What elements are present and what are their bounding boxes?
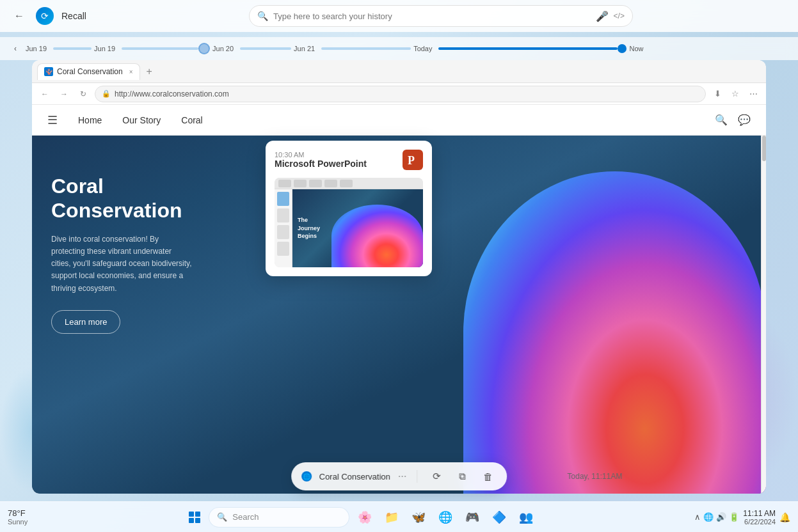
browser-refresh-button[interactable]: ↻ <box>76 86 91 102</box>
ppt-slide-text: The Journey Begins <box>298 216 320 240</box>
website-learn-more-button[interactable]: Learn more <box>51 310 120 334</box>
win-logo-q4 <box>195 518 200 523</box>
history-search-bar[interactable]: 🔍 🎤 </> <box>249 5 633 27</box>
taskbar-clock[interactable]: 11:11 AM 6/22/2024 <box>743 509 776 526</box>
timeline-cursor-wrapper[interactable] <box>198 43 210 54</box>
weather-description: Sunny <box>8 518 28 526</box>
timeline-track-2[interactable] <box>122 47 198 50</box>
bottom-action-bar: 🌐 Coral Conservation ··· ⟳ ⧉ 🗑 Today, 11… <box>291 462 507 490</box>
browser-address-bar[interactable]: 🔒 http://www.coralconservation.com <box>95 86 706 102</box>
timeline-track-1[interactable] <box>53 47 92 50</box>
website-chat-icon[interactable]: 💬 <box>738 114 751 126</box>
browser-scrollbar[interactable] <box>761 136 766 494</box>
timeline-date-jun19b: Jun 19 <box>92 45 118 52</box>
taskbar-app-store[interactable]: 🎮 <box>461 506 484 529</box>
svg-text:P: P <box>408 154 415 167</box>
ppt-ribbon-btn-5 <box>340 180 353 187</box>
bottom-action-more-button[interactable]: ··· <box>398 471 406 482</box>
website-nav-home[interactable]: Home <box>78 115 102 125</box>
coral-colors-graphic <box>463 171 767 494</box>
browser-downloads-button[interactable]: ⬇ <box>710 86 725 102</box>
bottom-action-separator <box>417 470 417 483</box>
timeline-track-3[interactable] <box>240 47 291 50</box>
start-button[interactable] <box>184 507 205 528</box>
ppt-slide-panel <box>275 189 292 267</box>
timeline-jun20-segment: Jun 20 <box>210 45 291 52</box>
taskbar-search-text: Search <box>232 512 259 522</box>
bottom-delete-button[interactable]: 🗑 <box>479 467 497 485</box>
ppt-ribbon-btn-4 <box>324 180 337 187</box>
ppt-popup-header: 10:30 AM Microsoft PowerPoint P <box>275 150 423 170</box>
timeline-jun21-segment: Jun 21 <box>291 45 411 52</box>
taskbar-network-icon[interactable]: 🌐 <box>703 512 714 522</box>
browser-tab-active[interactable]: 🪸 Coral Conservation × <box>37 63 140 80</box>
website-nav-coral[interactable]: Coral <box>181 115 202 125</box>
timeline-back-button[interactable]: ‹ <box>8 41 23 56</box>
scrollbar-thumb <box>762 136 766 161</box>
win-logo-q2 <box>195 512 200 517</box>
refresh-icon: ⟳ <box>433 471 441 482</box>
taskbar-app-sakura[interactable]: 🌸 <box>353 506 376 529</box>
website-menu-icon[interactable]: ☰ <box>47 113 58 127</box>
app-icon: ⟳ <box>36 7 54 25</box>
website-hero-description: Dive into coral conservation! By protect… <box>51 233 192 295</box>
windows-logo <box>189 512 200 523</box>
ppt-popup[interactable]: 10:30 AM Microsoft PowerPoint P <box>266 141 432 276</box>
browser-forward-button[interactable]: → <box>56 86 72 102</box>
timeline-cursor[interactable] <box>198 43 210 54</box>
clock-date: 6/22/2024 <box>744 518 776 526</box>
ppt-slide-image: The Journey Begins <box>292 189 423 267</box>
timeline-today-segment: Today <box>411 45 618 52</box>
topbar: ← ⟳ Recall 🔍 🎤 </> <box>0 0 798 32</box>
ppt-slide-thumb-2 <box>277 208 289 223</box>
taskbar-app-recall[interactable]: 🔷 <box>488 506 511 529</box>
browser-favorites-button[interactable]: ☆ <box>728 86 743 102</box>
recall-icon: ⟳ <box>41 11 49 21</box>
back-icon: ← <box>14 10 24 22</box>
tab-close-button[interactable]: × <box>129 68 133 75</box>
weather-widget[interactable]: 78°F Sunny <box>8 508 28 526</box>
taskbar-volume-icon[interactable]: 🔊 <box>716 512 726 522</box>
tab-title: Coral Conservation <box>57 67 123 76</box>
website-nav-our-story[interactable]: Our Story <box>122 115 161 125</box>
taskbar-app-teams[interactable]: 👥 <box>515 506 538 529</box>
browser-back-button[interactable]: ← <box>37 86 52 102</box>
browser-settings-button[interactable]: ⋯ <box>746 86 761 102</box>
code-icon[interactable]: </> <box>614 12 625 20</box>
back-button[interactable]: ← <box>10 7 28 25</box>
new-tab-button[interactable]: + <box>144 66 155 77</box>
taskbar: 78°F Sunny 🔍 Search 🌸 📁 🦋 🌐 🎮 🔷 👥 ∧ 🌐 <box>0 501 798 532</box>
ppt-content-area: The Journey Begins <box>275 189 423 267</box>
ppt-main-slide: The Journey Begins <box>292 189 423 267</box>
taskbar-chevron-icon[interactable]: ∧ <box>694 512 701 522</box>
taskbar-right: ∧ 🌐 🔊 🔋 11:11 AM 6/22/2024 🔔 <box>687 509 798 526</box>
bottom-action-favicon: 🌐 <box>301 471 312 481</box>
ppt-text-line2: Journey <box>298 224 320 233</box>
ppt-ribbon-btn-3 <box>309 180 322 187</box>
timeline-track-4[interactable] <box>321 47 411 50</box>
search-icon: 🔍 <box>257 11 268 21</box>
ppt-text-line3: Begins <box>298 232 320 240</box>
history-search-input[interactable] <box>273 12 591 21</box>
taskbar-app-copilot[interactable]: 🦋 <box>407 506 430 529</box>
mic-icon[interactable]: 🎤 <box>596 10 609 22</box>
weather-temperature: 78°F <box>8 508 26 518</box>
tab-favicon: 🪸 <box>44 67 53 76</box>
taskbar-app-edge[interactable]: 🌐 <box>434 506 457 529</box>
timeline-now-dot[interactable] <box>618 44 626 53</box>
bottom-copy-button[interactable]: ⧉ <box>453 467 471 485</box>
taskbar-battery-icon[interactable]: 🔋 <box>729 512 739 522</box>
bottom-refresh-button[interactable]: ⟳ <box>427 467 445 485</box>
timeline-date-today: Today <box>411 45 435 52</box>
delete-icon: 🗑 <box>483 471 493 482</box>
taskbar-left: 78°F Sunny <box>0 508 35 526</box>
taskbar-search-bar[interactable]: 🔍 Search <box>209 507 349 528</box>
notification-bell-icon[interactable]: 🔔 <box>779 512 790 522</box>
taskbar-app-files[interactable]: 📁 <box>380 506 403 529</box>
ppt-slide-thumb-1 <box>277 192 289 206</box>
ppt-slide-thumb-3 <box>277 225 289 239</box>
timeline-track-today[interactable] <box>438 47 618 50</box>
timeline-date-jun21: Jun 21 <box>291 45 317 52</box>
ppt-slide-coral <box>331 205 423 267</box>
website-search-icon[interactable]: 🔍 <box>715 114 728 126</box>
